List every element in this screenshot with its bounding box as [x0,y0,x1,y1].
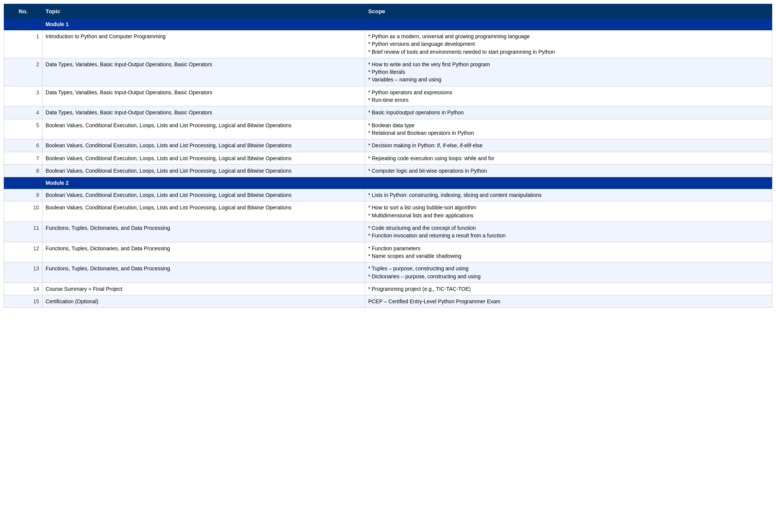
header-scope: Scope [365,4,772,19]
row-topic: Functions, Tuples, Dictionaries, and Dat… [42,262,365,283]
row-scope: PCEP – Certified Entry-Level Python Prog… [365,295,772,308]
row-topic: Data Types, Variables, Basic Input-Outpu… [42,106,365,119]
module-label: Module 1 [42,19,365,30]
row-number: 3 [4,86,42,106]
row-number: 5 [4,119,42,139]
row-number: 4 [4,106,42,119]
table-row: 1Introduction to Python and Computer Pro… [4,30,772,58]
module-no-cell [4,177,42,189]
module-scope-empty [365,177,772,189]
row-topic: Boolean Values, Conditional Execution, L… [42,119,365,139]
table-row: 14Course Summary + Final Project* Progra… [4,282,772,295]
row-number: 2 [4,58,42,86]
row-topic: Functions, Tuples, Dictionaries, and Dat… [42,242,365,262]
row-scope: * Tuples – purpose, constructing and usi… [365,262,772,283]
row-number: 10 [4,201,42,222]
module-label: Module 2 [42,177,365,189]
row-number: 1 [4,30,42,58]
row-scope: * Repeating code execution using loops: … [365,152,772,164]
row-number: 6 [4,139,42,152]
row-number: 15 [4,295,42,308]
row-topic: Data Types, Variables, Basic Input-Outpu… [42,86,365,106]
row-scope: * How to write and run the very first Py… [365,58,772,86]
table-row: 13Functions, Tuples, Dictionaries, and D… [4,262,772,283]
row-topic: Boolean Values, Conditional Execution, L… [42,164,365,177]
row-number: 13 [4,262,42,283]
table-row: 10Boolean Values, Conditional Execution,… [4,201,772,222]
row-number: 14 [4,282,42,295]
row-topic: Certification (Optional) [42,295,365,308]
table-row: 6Boolean Values, Conditional Execution, … [4,139,772,152]
row-number: 7 [4,152,42,164]
table-row: 5Boolean Values, Conditional Execution, … [4,119,772,139]
row-scope: * Computer logic and bit-wise operations… [365,164,772,177]
row-number: 11 [4,222,42,242]
module-header-2: Module 2 [4,177,772,189]
row-scope: * Decision making in Python: if, if-else… [365,139,772,152]
row-number: 12 [4,242,42,262]
table-row: 7Boolean Values, Conditional Execution, … [4,152,772,164]
table-row: 9Boolean Values, Conditional Execution, … [4,189,772,201]
table-row: 15Certification (Optional)PCEP – Certifi… [4,295,772,308]
row-scope: * Basic input/output operations in Pytho… [365,106,772,119]
row-scope: * Function parameters * Name scopes and … [365,242,772,262]
header-topic: Topic [42,4,365,19]
row-topic: Introduction to Python and Computer Prog… [42,30,365,58]
row-topic: Boolean Values, Conditional Execution, L… [42,189,365,201]
table-row: 8Boolean Values, Conditional Execution, … [4,164,772,177]
row-scope: * Lists in Python: constructing, indexin… [365,189,772,201]
module-scope-empty [365,19,772,30]
row-number: 8 [4,164,42,177]
module-header-1: Module 1 [4,19,772,30]
row-topic: Functions, Tuples, Dictionaries, and Dat… [42,222,365,242]
row-scope: * Python as a modern, universal and grow… [365,30,772,58]
row-scope: * How to sort a list using bubble-sort a… [365,201,772,222]
row-topic: Course Summary + Final Project [42,282,365,295]
row-topic: Data Types, Variables, Basic Input-Outpu… [42,58,365,86]
module-no-cell [4,19,42,30]
table-row: 4Data Types, Variables, Basic Input-Outp… [4,106,772,119]
row-scope: * Python operators and expressions * Run… [365,86,772,106]
row-scope: * Programming project (e.g., TIC-TAC-TOE… [365,282,772,295]
table-row: 11Functions, Tuples, Dictionaries, and D… [4,222,772,242]
row-scope: * Boolean data type * Relational and Boo… [365,119,772,139]
table-row: 3Data Types, Variables, Basic Input-Outp… [4,86,772,106]
row-topic: Boolean Values, Conditional Execution, L… [42,139,365,152]
table-row: 12Functions, Tuples, Dictionaries, and D… [4,242,772,262]
table-row: 2Data Types, Variables, Basic Input-Outp… [4,58,772,86]
row-topic: Boolean Values, Conditional Execution, L… [42,201,365,222]
row-scope: * Code structuring and the concept of fu… [365,222,772,242]
row-number: 9 [4,189,42,201]
row-topic: Boolean Values, Conditional Execution, L… [42,152,365,164]
header-no: No. [4,4,42,19]
